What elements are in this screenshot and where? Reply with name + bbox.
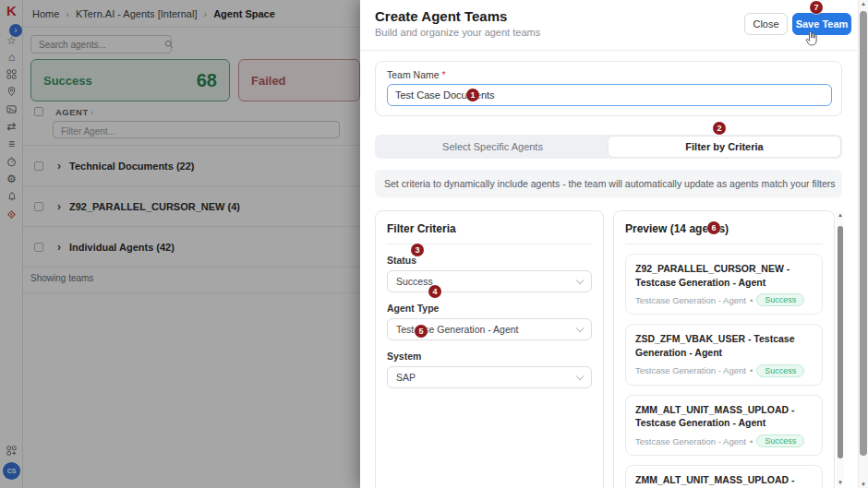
divider xyxy=(625,244,823,244)
status-badge: Success xyxy=(756,293,804,306)
team-name-input[interactable] xyxy=(387,84,832,106)
modal-backdrop[interactable] xyxy=(0,0,360,488)
required-asterisk: * xyxy=(442,69,446,80)
system-label: System xyxy=(387,351,592,362)
scroll-up-icon[interactable]: ▲ xyxy=(838,211,843,219)
preview-agent-list: Z92_PARALLEL_CURSOR_NEW - Testcase Gener… xyxy=(625,254,823,488)
preview-title: Preview (14 agents) xyxy=(625,222,823,235)
agent-type-label: Agent Type xyxy=(387,303,592,314)
agent-meta: Testcase Generation - Agent • Success xyxy=(635,293,813,306)
scrollbar-track[interactable] xyxy=(859,7,868,481)
annotation-badge-3: 3 xyxy=(411,244,424,256)
annotation-badge-2: 2 xyxy=(713,122,726,135)
save-team-button[interactable]: Save Team xyxy=(792,13,851,35)
annotation-badge-4: 4 xyxy=(428,285,441,298)
scroll-up-icon[interactable]: ▲ xyxy=(861,0,866,7)
system-selected-value: SAP xyxy=(396,372,416,383)
annotation-badge-6: 6 xyxy=(707,221,720,234)
preview-agent-card[interactable]: ZMM_ALT_UNIT_MASS_UPLOAD - Testcase Gene… xyxy=(625,395,823,456)
agent-meta: Testcase Generation - Agent • Success xyxy=(635,434,813,447)
agent-type: Testcase Generation - Agent xyxy=(635,365,746,375)
chevron-down-icon xyxy=(576,372,584,379)
drawer-subtitle: Build and organize your agent teams xyxy=(375,27,540,38)
annotation-badge-1: 1 xyxy=(466,89,479,101)
chevron-down-icon xyxy=(576,276,584,283)
team-name-label: Team Name * xyxy=(387,69,446,80)
team-name-card: Team Name * xyxy=(375,61,842,116)
agent-meta: Testcase Generation - Agent • Success xyxy=(635,364,813,377)
scrollbar-thumb[interactable] xyxy=(838,226,843,458)
preview-agent-card[interactable]: ZMM_ALT_UNIT_MASS_UPLOAD - Testcase Gene… xyxy=(625,465,823,488)
agent-name: ZMM_ALT_UNIT_MASS_UPLOAD - Testcase Gene… xyxy=(635,403,813,430)
hand-cursor-icon xyxy=(805,30,819,51)
team-name-label-text: Team Name xyxy=(387,69,440,80)
agent-name: ZMM_ALT_UNIT_MASS_UPLOAD - Testcase Gene… xyxy=(635,473,813,488)
system-field: System SAP xyxy=(387,351,592,388)
agent-type: Testcase Generation - Agent xyxy=(635,436,746,446)
status-field: Status Success xyxy=(387,255,592,292)
chevron-down-icon xyxy=(576,324,584,331)
preview-agent-card[interactable]: ZSD_ZFM_VBAK_USER - Testcase Generation … xyxy=(625,324,823,385)
tab-filter-by-criteria[interactable]: Filter by Criteria xyxy=(609,137,840,157)
scroll-down-icon[interactable]: ▼ xyxy=(838,479,843,486)
status-badge: Success xyxy=(756,434,804,447)
filter-criteria-panel: Filter Criteria Status Success Agent Typ… xyxy=(375,210,604,488)
divider xyxy=(360,50,858,51)
tab-bar: Select Specific Agents Filter by Criteri… xyxy=(375,135,842,159)
status-select[interactable]: Success xyxy=(387,270,592,292)
filter-criteria-title: Filter Criteria xyxy=(387,222,592,235)
bullet-separator: • xyxy=(750,295,753,305)
scrollbar-track[interactable] xyxy=(837,219,844,479)
system-select[interactable]: SAP xyxy=(387,366,592,388)
status-selected-value: Success xyxy=(396,276,433,287)
annotation-badge-5: 5 xyxy=(415,325,428,338)
preview-panel: Preview (14 agents) Z92_PARALLEL_CURSOR_… xyxy=(613,210,835,488)
create-agent-teams-drawer: Create Agent Teams Build and organize yo… xyxy=(360,0,858,488)
bullet-separator: • xyxy=(750,365,753,375)
agent-name: ZSD_ZFM_VBAK_USER - Testcase Generation … xyxy=(635,332,813,359)
drawer-scrollbar[interactable]: ▲ ▼ xyxy=(858,0,868,488)
agent-name: Z92_PARALLEL_CURSOR_NEW - Testcase Gener… xyxy=(635,262,813,289)
preview-scrollbar[interactable]: ▲ ▼ xyxy=(837,211,844,486)
drawer-title: Create Agent Teams xyxy=(375,8,507,24)
annotation-badge-7: 7 xyxy=(810,1,823,14)
status-badge: Success xyxy=(756,364,804,377)
app-root: K ☆ ⌂ ⇄ ≡ ⚙ xyxy=(0,0,868,488)
agent-type: Testcase Generation - Agent xyxy=(635,295,746,305)
criteria-info-banner: Set criteria to dynamically include agen… xyxy=(375,170,842,197)
tab-select-specific-agents[interactable]: Select Specific Agents xyxy=(377,137,609,157)
scroll-down-icon[interactable]: ▼ xyxy=(861,481,866,488)
close-button[interactable]: Close xyxy=(744,13,788,35)
preview-agent-card[interactable]: Z92_PARALLEL_CURSOR_NEW - Testcase Gener… xyxy=(625,254,823,315)
bullet-separator: • xyxy=(750,436,753,446)
scrollbar-thumb[interactable] xyxy=(860,11,867,456)
